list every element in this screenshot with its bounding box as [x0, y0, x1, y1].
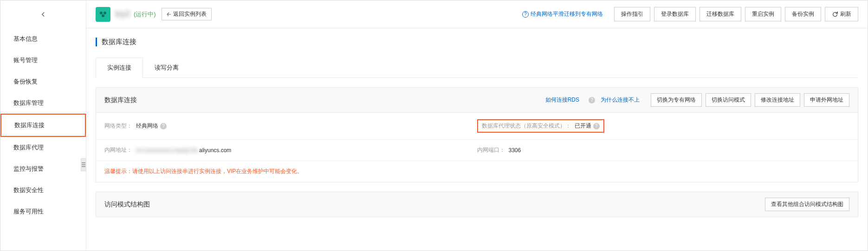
migration-link[interactable]: ? 经典网络平滑迁移到专有网络 [522, 10, 603, 18]
collapse-icon [82, 162, 85, 167]
instance-icon [96, 7, 110, 22]
internal-address-label: 内网地址： [104, 146, 132, 154]
sidebar-item-database-connection[interactable]: 数据库连接 [0, 114, 86, 137]
backup-button[interactable]: 备份实例 [785, 7, 821, 21]
tab-rw-split[interactable]: 读写分离 [143, 58, 190, 77]
help-icon: ? [522, 11, 529, 18]
sidebar-item-monitor-alarm[interactable]: 监控与报警 [0, 158, 86, 180]
modify-address-button[interactable]: 修改连接地址 [755, 93, 800, 107]
internal-address-suffix: aliyuncs.com [199, 147, 231, 154]
internal-port-value: 3306 [509, 147, 521, 154]
guide-button[interactable]: 操作指引 [614, 7, 650, 21]
restart-button[interactable]: 重启实例 [745, 7, 781, 21]
sidebar-item-database-mgmt[interactable]: 数据库管理 [0, 92, 86, 114]
sidebar-item-backup-restore[interactable]: 备份恢复 [0, 71, 86, 92]
chevron-left-icon [39, 10, 47, 19]
connection-panel: 数据库连接 如何连接RDS ? 为什么连接不上 切换为专有网络 切换访问模式 修… [96, 87, 858, 182]
access-mode-title: 访问模式结构图 [104, 200, 150, 209]
warning-text: 温馨提示：请使用以上访问连接串进行实例连接，VIP在业务维护中可能会变化。 [96, 161, 858, 182]
sidebar-item-basic-info[interactable]: 基本信息 [0, 28, 86, 50]
switch-access-mode-button[interactable]: 切换访问模式 [706, 93, 751, 107]
tabs: 实例连接 读写分离 [96, 58, 858, 78]
refresh-label: 刷新 [840, 10, 851, 18]
sidebar-item-service-availability[interactable]: 服务可用性 [0, 201, 86, 222]
internal-address-cell: 内网地址： rm-xxxxxxxxxx.mysql.rds. aliyuncs.… [104, 146, 477, 154]
svg-point-1 [104, 12, 106, 14]
apply-public-address-button[interactable]: 申请外网地址 [804, 93, 849, 107]
section-title: 数据库连接 [96, 38, 858, 46]
refresh-button[interactable]: 刷新 [825, 7, 858, 21]
sidebar-item-account-mgmt[interactable]: 账号管理 [0, 50, 86, 71]
internal-port-cell: 内网端口： 3306 [477, 146, 850, 154]
sidebar-item-data-security[interactable]: 数据安全性 [0, 180, 86, 201]
header: lzy2 (运行中) 返回实例列表 ? 经典网络平滑迁移到专有网络 操作指引 登… [86, 0, 868, 28]
access-mode-panel: 访问模式结构图 查看其他组合访问模式结构图 [96, 192, 858, 217]
back-to-list-button[interactable]: 返回实例列表 [162, 8, 212, 20]
migration-link-label: 经典网络平滑迁移到专有网络 [531, 10, 603, 18]
internal-port-label: 内网端口： [477, 146, 505, 154]
proxy-status-value: 已开通 [575, 122, 591, 130]
network-type-value: 经典网络 [136, 122, 158, 130]
access-mode-panel-header: 访问模式结构图 查看其他组合访问模式结构图 [96, 192, 858, 217]
panel-row-network: 网络类型： 经典网络 ? 数据库代理状态（原高安全模式）： 已开通 ? [96, 113, 858, 140]
sidebar-item-database-proxy[interactable]: 数据库代理 [0, 137, 86, 158]
tab-instance-connection[interactable]: 实例连接 [96, 58, 143, 77]
instance-status: (运行中) [134, 10, 156, 19]
internal-address-masked: rm-xxxxxxxxxx.mysql.rds. [136, 147, 199, 154]
help-icon[interactable]: ? [589, 97, 595, 103]
sidebar-collapse-handle[interactable] [81, 158, 86, 171]
back-button[interactable] [0, 0, 86, 28]
network-type-cell: 网络类型： 经典网络 ? [104, 119, 477, 133]
content-area: 数据库连接 实例连接 读写分离 数据库连接 如何连接RDS ? 为什么连接不上 … [86, 28, 868, 251]
svg-point-2 [102, 14, 104, 17]
how-to-connect-link[interactable]: 如何连接RDS [545, 96, 579, 104]
proxy-status-highlight: 数据库代理状态（原高安全模式）： 已开通 ? [477, 119, 604, 133]
main-content: lzy2 (运行中) 返回实例列表 ? 经典网络平滑迁移到专有网络 操作指引 登… [86, 0, 868, 251]
login-db-button[interactable]: 登录数据库 [654, 7, 696, 21]
why-cannot-connect-link[interactable]: 为什么连接不上 [601, 96, 640, 104]
sidebar: 基本信息 账号管理 备份恢复 数据库管理 数据库连接 数据库代理 监控与报警 数… [0, 0, 86, 251]
panel-header: 数据库连接 如何连接RDS ? 为什么连接不上 切换为专有网络 切换访问模式 修… [96, 88, 858, 113]
network-type-label: 网络类型： [104, 122, 132, 130]
panel-title: 数据库连接 [104, 96, 137, 104]
return-icon [167, 12, 171, 17]
help-icon[interactable]: ? [160, 123, 167, 129]
help-icon[interactable]: ? [593, 123, 600, 129]
panel-row-address: 内网地址： rm-xxxxxxxxxx.mysql.rds. aliyuncs.… [96, 140, 858, 161]
proxy-status-cell: 数据库代理状态（原高安全模式）： 已开通 ? [477, 119, 850, 133]
proxy-status-label: 数据库代理状态（原高安全模式）： [482, 122, 571, 130]
svg-point-0 [100, 12, 103, 14]
view-other-structure-button[interactable]: 查看其他组合访问模式结构图 [765, 198, 849, 211]
refresh-icon [832, 11, 838, 18]
switch-to-vpc-button[interactable]: 切换为专有网络 [651, 93, 702, 107]
migrate-db-button[interactable]: 迁移数据库 [700, 7, 741, 21]
instance-name: lzy2 [115, 9, 130, 19]
back-to-list-label: 返回实例列表 [173, 10, 207, 18]
